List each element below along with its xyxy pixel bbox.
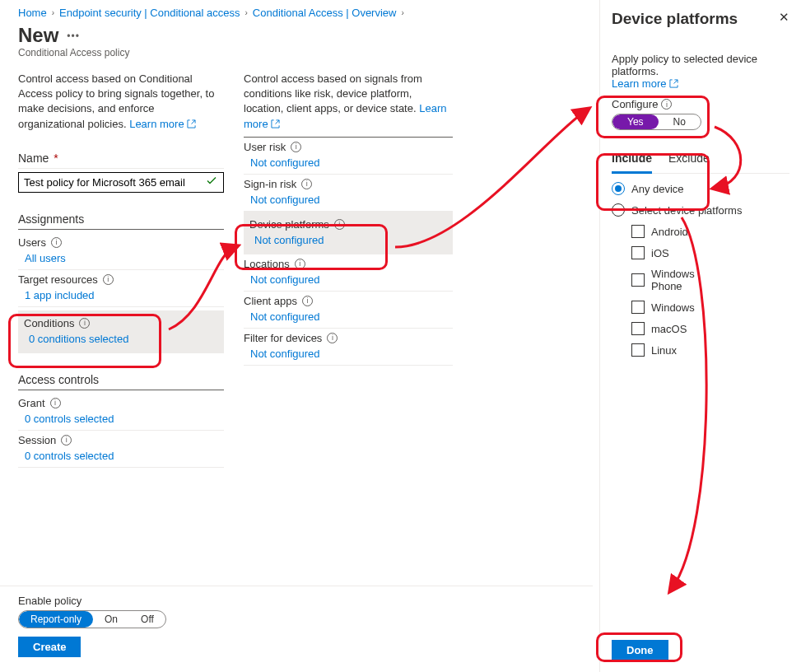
platform-ios: iOS [651,247,669,259]
locations-value[interactable]: Not configured [250,273,320,286]
chevron-right-icon: › [52,8,54,17]
locations-label: Locations [244,258,290,270]
checkbox-windows[interactable] [631,301,645,314]
platform-android: Android [651,226,688,238]
create-button[interactable]: Create [18,637,81,657]
filter-devices-label: Filter for devices [244,332,322,344]
more-icon[interactable]: ••• [67,30,80,42]
info-icon[interactable]: i [79,318,90,329]
conditions-value[interactable]: 0 conditions selected [29,333,128,345]
device-platforms-value[interactable]: Not configured [254,234,324,246]
policy-description: Control access based on Conditional Acce… [18,72,224,132]
breadcrumb-home[interactable]: Home [18,7,47,19]
done-button[interactable]: Done [612,640,668,660]
tab-include[interactable]: Include [612,148,652,174]
info-icon[interactable]: i [295,259,305,269]
grant-label: Grant [18,397,45,409]
platform-windows: Windows [651,301,695,314]
enable-policy-toggle[interactable]: Report-only On Off [18,610,166,628]
target-resources-label: Target resources [18,273,98,286]
user-risk-label: User risk [244,141,286,153]
device-platforms-panel: Device platforms ✕ Apply policy to selec… [599,0,801,672]
conditions-label: Conditions [24,317,74,329]
toggle-report-only[interactable]: Report-only [19,611,93,628]
any-device-label: Any device [631,183,684,195]
filter-devices-value[interactable]: Not configured [250,348,320,360]
configure-no[interactable]: No [659,114,701,129]
checkbox-android[interactable] [631,225,645,238]
panel-learn-more-link[interactable]: Learn more [612,77,678,90]
session-label: Session [18,434,56,446]
grant-value[interactable]: 0 controls selected [25,413,114,425]
configure-toggle[interactable]: Yes No [612,114,701,130]
page-title: New [18,24,58,47]
info-icon[interactable]: i [291,142,301,152]
select-platforms-label: Select device platforms [631,204,742,217]
panel-title: Device platforms [612,10,738,28]
info-icon[interactable]: i [301,179,312,189]
access-controls-header: Access controls [18,368,224,390]
configure-label: Configure [612,98,658,110]
user-risk-value[interactable]: Not configured [250,156,320,169]
users-label: Users [18,236,46,249]
info-icon[interactable]: i [50,398,61,408]
sign-in-risk-value[interactable]: Not configured [250,194,320,206]
platform-windows-phone: Windows Phone [651,268,717,292]
info-icon[interactable]: i [302,296,313,306]
chevron-right-icon: › [244,8,247,17]
checkmark-icon [206,175,217,189]
client-apps-value[interactable]: Not configured [250,310,320,323]
tab-exclude[interactable]: Exclude [668,148,710,173]
target-resources-value[interactable]: 1 app included [25,289,95,301]
panel-subtitle: Apply policy to selected device platform… [612,53,757,77]
external-link-icon [187,119,196,128]
assignments-header: Assignments [18,208,224,230]
footer: Enable policy Report-only On Off Create [0,586,593,672]
close-icon[interactable]: ✕ [779,10,789,25]
session-value[interactable]: 0 controls selected [25,450,114,462]
info-icon[interactable]: i [51,237,62,248]
toggle-off[interactable]: Off [129,611,165,628]
checkbox-linux[interactable] [631,343,645,357]
sign-in-risk-label: Sign-in risk [244,178,296,190]
external-link-icon [271,119,280,128]
chevron-right-icon: › [401,8,403,17]
platform-macos: macOS [651,323,687,335]
breadcrumb-conditional-access[interactable]: Conditional Access | Overview [253,7,397,19]
checkbox-windows-phone[interactable] [631,273,645,287]
info-icon[interactable]: i [103,274,114,285]
breadcrumb-endpoint-security[interactable]: Endpoint security | Conditional access [59,7,240,19]
platform-linux: Linux [651,344,677,357]
toggle-on[interactable]: On [93,611,129,628]
device-platforms-label: Device platforms [249,218,329,231]
policy-name-input[interactable] [18,172,224,193]
checkbox-ios[interactable] [631,246,645,259]
external-link-icon [669,79,678,88]
info-icon[interactable]: i [327,333,338,343]
learn-more-link[interactable]: Learn more [129,118,196,130]
info-icon[interactable]: i [334,219,345,230]
users-value[interactable]: All users [25,252,66,264]
radio-select-platforms[interactable] [612,203,625,217]
info-icon[interactable]: i [61,435,72,446]
radio-any-device[interactable] [612,182,625,195]
checkbox-macos[interactable] [631,322,645,335]
client-apps-label: Client apps [244,295,297,307]
configure-yes[interactable]: Yes [612,114,659,129]
enable-policy-label: Enable policy [18,595,575,607]
name-label: Name [18,152,49,165]
conditions-description: Control access based on signals from con… [244,72,453,138]
info-icon[interactable]: i [661,99,672,110]
